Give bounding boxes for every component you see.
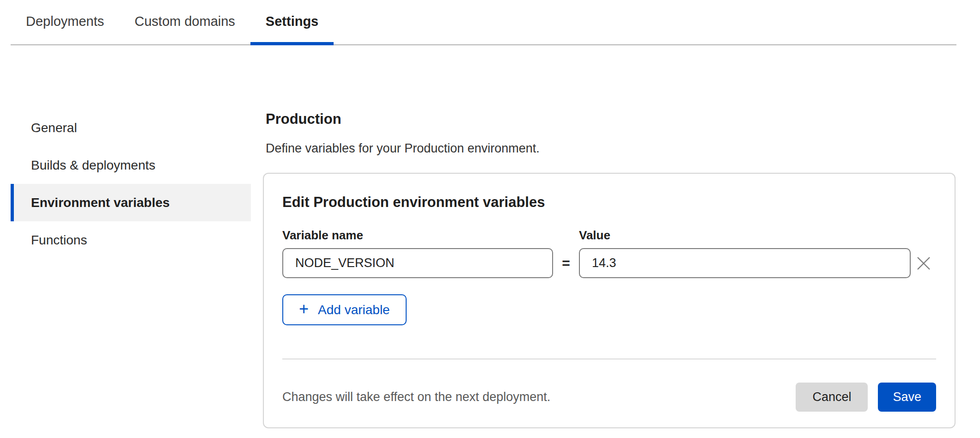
sidebar-item-builds-deployments[interactable]: Builds & deployments xyxy=(11,146,251,184)
environment-variables-panel: Production Define variables for your Pro… xyxy=(263,109,956,428)
card-title: Edit Production environment variables xyxy=(282,194,936,211)
footer-note: Changes will take effect on the next dep… xyxy=(282,390,796,404)
sidebar-item-general[interactable]: General xyxy=(11,109,251,146)
tab-bar: Deployments Custom domains Settings xyxy=(11,0,956,45)
plus-icon: + xyxy=(299,301,309,317)
variable-name-input[interactable] xyxy=(282,248,553,278)
tab-custom-domains[interactable]: Custom domains xyxy=(119,0,250,44)
equals-sign: = xyxy=(553,256,579,271)
cancel-button[interactable]: Cancel xyxy=(796,383,868,412)
section-title: Production xyxy=(266,111,956,128)
save-button[interactable]: Save xyxy=(878,383,936,412)
variable-row: = xyxy=(282,248,936,278)
edit-variables-card: Edit Production environment variables Va… xyxy=(263,173,956,428)
add-variable-label: Add variable xyxy=(318,303,390,317)
settings-content: General Builds & deployments Environment… xyxy=(0,109,980,428)
card-footer: Changes will take effect on the next dep… xyxy=(282,383,936,412)
sidebar-item-functions[interactable]: Functions xyxy=(11,221,251,259)
card-divider xyxy=(282,359,936,359)
settings-sidebar: General Builds & deployments Environment… xyxy=(0,109,263,428)
value-label: Value xyxy=(579,228,911,243)
variable-labels-row: Variable name Value xyxy=(282,228,936,243)
section-description: Define variables for your Production env… xyxy=(266,141,956,156)
tab-settings[interactable]: Settings xyxy=(250,0,334,44)
variable-value-input[interactable] xyxy=(579,248,911,278)
variable-name-label: Variable name xyxy=(282,228,553,243)
remove-variable-button[interactable] xyxy=(911,250,936,276)
tab-deployments[interactable]: Deployments xyxy=(11,0,119,44)
sidebar-item-environment-variables[interactable]: Environment variables xyxy=(11,184,251,221)
close-x-icon xyxy=(916,256,931,271)
add-variable-button[interactable]: + Add variable xyxy=(282,294,407,325)
